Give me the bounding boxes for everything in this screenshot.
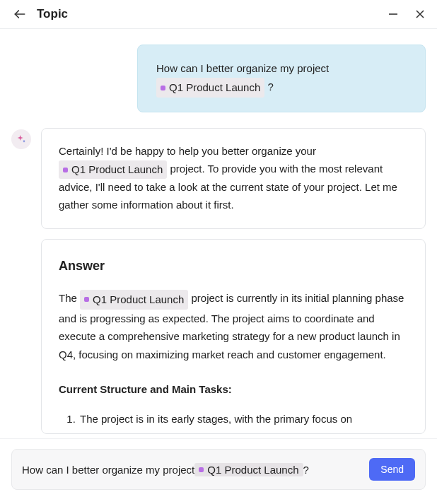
assistant-text-before: Certainly! I'd be happy to help you bett…	[59, 145, 316, 157]
user-message: How can I better organize my project Q1 …	[137, 45, 426, 112]
input-text-after: ?	[303, 464, 309, 476]
page-title: Topic	[37, 7, 378, 21]
project-chip[interactable]: Q1 Product Launch	[59, 160, 167, 180]
project-chip[interactable]: Q1 Product Launch	[80, 290, 188, 310]
answer-subheading: Current Structure and Main Tasks:	[59, 380, 408, 399]
minimize-button[interactable]	[388, 8, 399, 20]
answer-list: The project is in its early stages, with…	[76, 410, 408, 428]
assistant-avatar	[11, 129, 31, 149]
message-input[interactable]: How can I better organize my project Q1 …	[11, 449, 426, 490]
project-chip[interactable]: Q1 Product Launch	[194, 463, 303, 476]
input-text[interactable]: How can I better organize my project Q1 …	[22, 463, 362, 476]
answer-para-before: The	[59, 292, 80, 304]
close-button[interactable]	[414, 8, 426, 20]
input-bar: How can I better organize my project Q1 …	[0, 438, 437, 504]
assistant-message: Certainly! I'd be happy to help you bett…	[41, 128, 426, 229]
input-text-before: How can I better organize my project	[22, 464, 194, 476]
answer-card: Answer The Q1 Product Launch project is …	[41, 239, 426, 434]
window-controls	[388, 8, 426, 20]
assistant-row: Certainly! I'd be happy to help you bett…	[11, 128, 426, 229]
header: Topic	[0, 0, 437, 29]
chip-dot-icon	[63, 168, 68, 172]
chip-dot-icon	[161, 86, 165, 90]
user-message-text-before: How can I better organize my project	[156, 62, 329, 74]
conversation-scroll[interactable]: How can I better organize my project Q1 …	[0, 29, 437, 438]
project-chip[interactable]: Q1 Product Launch	[156, 78, 264, 98]
chip-label: Q1 Product Launch	[93, 291, 184, 309]
chip-label: Q1 Product Launch	[169, 78, 260, 97]
sparkle-icon	[16, 134, 27, 145]
answer-heading: Answer	[59, 255, 408, 277]
back-arrow-icon[interactable]	[13, 7, 27, 21]
chip-label: Q1 Product Launch	[71, 161, 163, 179]
chip-label: Q1 Product Launch	[207, 464, 298, 476]
user-message-text-after: ?	[264, 81, 274, 93]
answer-body: The Q1 Product Launch project is current…	[59, 289, 408, 428]
list-item: The project is in its early stages, with…	[78, 410, 408, 428]
send-button[interactable]: Send	[369, 458, 415, 481]
chip-dot-icon	[199, 467, 204, 472]
chip-dot-icon	[84, 297, 89, 302]
